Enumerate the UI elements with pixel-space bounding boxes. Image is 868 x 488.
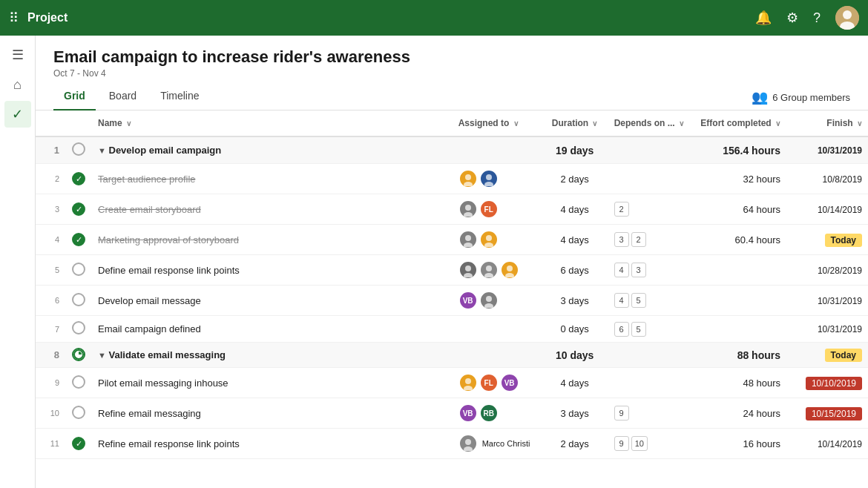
row-status-cell[interactable]	[65, 286, 92, 316]
row-number: 10	[36, 398, 65, 429]
col-header-effort[interactable]: Effort completed ∨	[690, 111, 786, 136]
assigned-cell	[453, 164, 542, 194]
effort-cell: 16 hours	[690, 429, 786, 459]
finish-cell: 10/10/2019	[786, 368, 868, 398]
duration-cell: 4 days	[542, 368, 608, 398]
date-value: 10/28/2019	[818, 266, 862, 276]
tab-grid[interactable]: Grid	[53, 85, 96, 111]
effort-cell: 24 hours	[690, 398, 786, 429]
task-name-cell[interactable]: Create email storyboard	[92, 194, 453, 225]
finish-cell: 10/28/2019	[786, 255, 868, 286]
depends-cell	[608, 136, 690, 164]
effort-cell: 32 hours	[690, 164, 786, 194]
row-number: 6	[36, 286, 65, 316]
table-row: 3✓Create email storyboardFL4 days264 hou…	[36, 194, 868, 225]
table-row: 1▼ Develop email campaign19 days156.4 ho…	[36, 136, 868, 164]
date-range: Oct 7 - Nov 4	[53, 68, 850, 79]
col-header-name[interactable]: Name ∨	[92, 111, 453, 136]
sidebar-check-icon[interactable]: ✓	[4, 101, 31, 128]
assigned-cell	[453, 316, 542, 343]
finish-cell: 10/14/2019	[786, 194, 868, 225]
effort-cell: 156.4 hours	[690, 136, 786, 164]
col-header-depends[interactable]: Depends on ... ∨	[608, 111, 690, 136]
assigned-cell	[453, 225, 542, 255]
dependency-badge: 4	[614, 263, 629, 277]
task-name-cell[interactable]: Refine email response link points	[92, 429, 453, 459]
row-status-cell[interactable]: ✓	[65, 164, 92, 194]
duration-sort-icon: ∨	[592, 119, 597, 128]
col-header-duration[interactable]: Duration ∨	[542, 111, 608, 136]
svg-point-19	[465, 266, 471, 271]
finish-sort-icon: ∨	[857, 119, 862, 128]
assigned-cell: FLVB	[453, 368, 542, 398]
task-name-cell[interactable]: Email campaign defined	[92, 316, 453, 343]
help-icon[interactable]: ?	[813, 10, 821, 26]
assigned-cell	[453, 136, 542, 164]
grid-table: Name ∨ Assigned to ∨ Duration ∨ Depends …	[36, 111, 868, 459]
dependency-badge: 10	[631, 436, 648, 451]
settings-icon[interactable]: ⚙	[786, 10, 798, 26]
table-row: 5Define email response link points6 days…	[36, 255, 868, 286]
duration-cell: 3 days	[542, 398, 608, 429]
row-status-cell[interactable]	[65, 368, 92, 398]
task-name-cell[interactable]: Marketing approval of storyboard	[92, 225, 453, 255]
depends-cell: 45	[608, 286, 690, 316]
group-members-button[interactable]: 👥 6 Group members	[752, 89, 850, 105]
task-name-cell[interactable]: Pilot email messaging inhouse	[92, 368, 453, 398]
effort-sort-icon: ∨	[775, 119, 780, 128]
row-status-cell[interactable]	[65, 398, 92, 429]
table-row: 4✓Marketing approval of storyboard4 days…	[36, 225, 868, 255]
depends-cell	[608, 343, 690, 368]
finish-cell: Today	[786, 225, 868, 255]
row-status-cell[interactable]	[65, 136, 92, 164]
sidebar-home-icon[interactable]: ⌂	[4, 71, 31, 98]
effort-cell: 48 hours	[690, 368, 786, 398]
date-value: 10/14/2019	[818, 439, 862, 449]
main-content: Email campaign to increase rider's aware…	[36, 36, 868, 488]
app-grid-icon[interactable]: ⠿	[9, 10, 19, 26]
task-name-cell[interactable]: ▼ Validate email messaging	[92, 343, 453, 368]
task-name-cell[interactable]: ▼ Develop email campaign	[92, 136, 453, 164]
tab-board[interactable]: Board	[99, 85, 147, 111]
finish-cell: 10/31/2019	[786, 316, 868, 343]
duration-cell: 0 days	[542, 316, 608, 343]
task-name-cell[interactable]: Refine email messaging	[92, 398, 453, 429]
task-name-cell[interactable]: Define email response link points	[92, 255, 453, 286]
effort-cell	[690, 286, 786, 316]
col-header-check	[65, 111, 92, 136]
duration-cell: 2 days	[542, 429, 608, 459]
depends-cell: 9	[608, 398, 690, 429]
row-status-cell[interactable]	[65, 316, 92, 343]
svg-point-22	[486, 266, 492, 271]
task-name-cell[interactable]: Target audience profile	[92, 164, 453, 194]
duration-cell: 19 days	[542, 136, 608, 164]
notification-icon[interactable]: 🔔	[755, 10, 772, 26]
tab-timeline[interactable]: Timeline	[150, 85, 209, 111]
row-status-cell[interactable]: ✓	[65, 429, 92, 459]
row-status-cell[interactable]	[65, 255, 92, 286]
row-status-cell[interactable]: ✓	[65, 194, 92, 225]
today-badge: Today	[825, 349, 862, 362]
date-value: 10/31/2019	[818, 324, 862, 334]
svg-point-7	[486, 174, 492, 180]
sidebar-menu-icon[interactable]: ☰	[4, 42, 31, 68]
overdue-badge: 10/10/2019	[806, 377, 862, 390]
user-avatar[interactable]	[835, 6, 859, 30]
col-header-assigned[interactable]: Assigned to ∨	[453, 111, 542, 136]
effort-cell: 60.4 hours	[690, 225, 786, 255]
row-status-cell[interactable]: ✓	[65, 225, 92, 255]
page-header: Email campaign to increase rider's aware…	[36, 36, 868, 79]
dependency-badge: 9	[614, 406, 629, 421]
tabs-row: Grid Board Timeline 👥 6 Group members	[36, 79, 868, 111]
row-status-cell[interactable]	[65, 343, 92, 368]
group-members-icon: 👥	[752, 89, 768, 105]
nav-icons: 🔔 ⚙ ?	[755, 6, 859, 30]
depends-cell: 43	[608, 255, 690, 286]
depends-cell	[608, 368, 690, 398]
col-header-finish[interactable]: Finish ∨	[786, 111, 868, 136]
depends-cell	[608, 164, 690, 194]
task-name-cell[interactable]: Develop email message	[92, 286, 453, 316]
finish-cell: Today	[786, 343, 868, 368]
date-value: 10/8/2019	[823, 174, 862, 185]
duration-cell: 4 days	[542, 194, 608, 225]
